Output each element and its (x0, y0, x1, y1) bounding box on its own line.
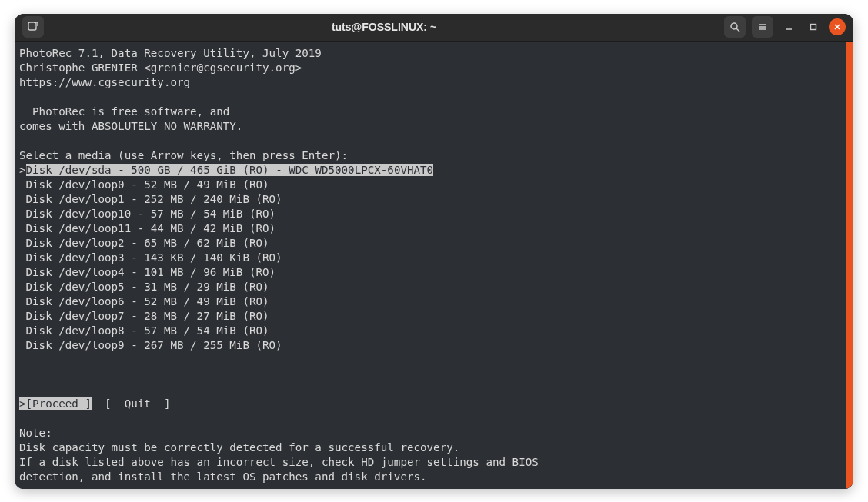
maximize-button[interactable] (804, 18, 823, 36)
new-tab-button[interactable] (22, 16, 44, 38)
disk-row[interactable]: Disk /dev/loop8 - 57 MB / 54 MiB (RO) (19, 324, 269, 337)
menu-cursor: > (19, 397, 26, 410)
disk-row[interactable]: Disk /dev/loop5 - 31 MB / 29 MiB (RO) (19, 281, 269, 293)
terminal-window: tuts@FOSSLINUX: ~ PhotoRec 7.1, Data Rec… (15, 14, 853, 489)
scrollbar[interactable] (846, 42, 853, 489)
svg-rect-7 (811, 25, 816, 30)
scrollbar-thumb[interactable] (846, 42, 853, 489)
svg-point-1 (731, 23, 737, 29)
svg-rect-0 (28, 22, 36, 30)
proceed-button[interactable]: [Proceed ] (26, 397, 92, 410)
minimize-button[interactable] (780, 18, 798, 36)
notice-line-1: PhotoRec is free software, and (19, 105, 229, 118)
note-heading: Note: (19, 427, 52, 439)
disk-row[interactable]: Disk /dev/loop6 - 52 MB / 49 MiB (RO) (19, 295, 269, 308)
note-line: detection, and install the latest OS pat… (19, 470, 427, 483)
terminal-content[interactable]: PhotoRec 7.1, Data Recovery Utility, Jul… (15, 42, 846, 489)
note-line: Disk capacity must be correctly detected… (19, 441, 459, 454)
close-icon (833, 23, 841, 31)
disk-row[interactable]: Disk /dev/loop2 - 65 MB / 62 MiB (RO) (19, 237, 269, 249)
disk-row-selected[interactable]: >Disk /dev/sda - 500 GB / 465 GiB (RO) -… (19, 164, 433, 176)
disk-row[interactable]: Disk /dev/loop9 - 267 MB / 255 MiB (RO) (19, 339, 282, 351)
disk-row[interactable]: Disk /dev/loop11 - 44 MB / 42 MiB (RO) (19, 222, 275, 234)
menu-row: >[Proceed ] [ Quit ] (19, 397, 170, 410)
minimize-icon (784, 22, 793, 32)
disk-row[interactable]: Disk /dev/loop0 - 52 MB / 49 MiB (RO) (19, 178, 269, 191)
search-button[interactable] (724, 16, 746, 38)
note-line: If a disk listed above has an incorrect … (19, 456, 539, 468)
disk-row-text: Disk /dev/sda - 500 GB / 465 GiB (RO) - … (26, 164, 434, 176)
disk-row[interactable]: Disk /dev/loop7 - 28 MB / 27 MiB (RO) (19, 310, 269, 322)
titlebar: tuts@FOSSLINUX: ~ (15, 14, 853, 42)
hamburger-icon (757, 22, 768, 32)
notice-line-2: comes with ABSOLUTELY NO WARRANTY. (19, 120, 242, 132)
close-button[interactable] (829, 18, 846, 35)
maximize-icon (809, 22, 818, 32)
app-url-line: https://www.cgsecurity.org (19, 76, 190, 88)
search-icon (729, 22, 740, 32)
disk-row[interactable]: Disk /dev/loop4 - 101 MB / 96 MiB (RO) (19, 266, 275, 278)
disk-row[interactable]: Disk /dev/loop1 - 252 MB / 240 MiB (RO) (19, 193, 282, 205)
select-prompt: Select a media (use Arrow keys, then pre… (19, 149, 348, 161)
terminal-body: PhotoRec 7.1, Data Recovery Utility, Jul… (15, 42, 853, 489)
svg-line-2 (736, 28, 739, 32)
window-title: tuts@FOSSLINUX: ~ (50, 21, 718, 33)
disk-row[interactable]: Disk /dev/loop10 - 57 MB / 54 MiB (RO) (19, 208, 275, 220)
app-author-line: Christophe GRENIER <grenier@cgsecurity.o… (19, 62, 302, 74)
app-header-line: PhotoRec 7.1, Data Recovery Utility, Jul… (19, 47, 322, 59)
new-tab-icon (28, 22, 38, 32)
quit-button[interactable]: [ Quit ] (105, 397, 170, 410)
disk-row[interactable]: Disk /dev/loop3 - 143 KB / 140 KiB (RO) (19, 251, 282, 264)
menu-button[interactable] (752, 16, 773, 38)
